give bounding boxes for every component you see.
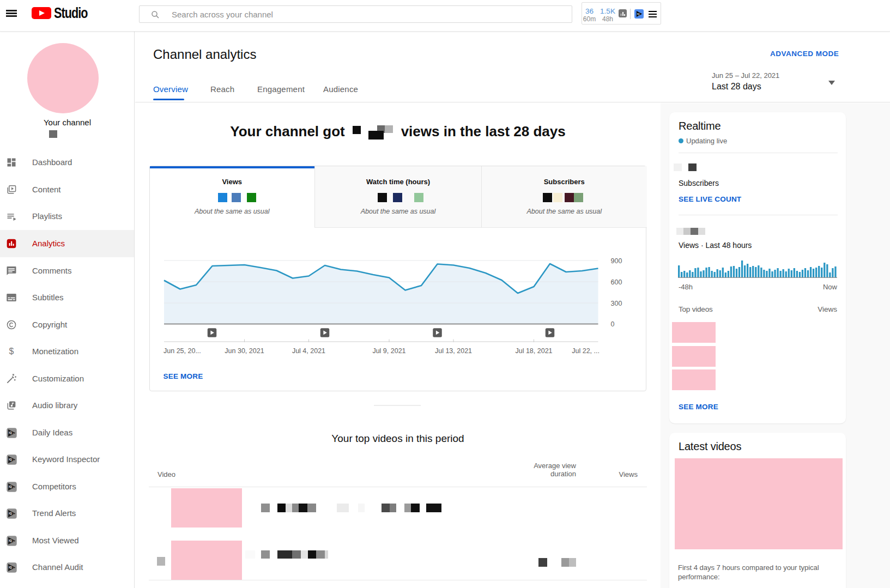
svg-text:Jun 25, 20...: Jun 25, 20... (164, 347, 201, 355)
svg-text:Jul 9, 2021: Jul 9, 2021 (372, 347, 405, 355)
svg-text:IQ: IQ (9, 512, 11, 515)
svg-text:IQ: IQ (9, 431, 11, 434)
svg-text:IQ: IQ (9, 485, 11, 488)
svg-text:IQ: IQ (9, 566, 11, 569)
svg-text:$: $ (9, 347, 14, 356)
svg-text:IQ: IQ (637, 13, 640, 15)
svg-text:Jul 18, 2021: Jul 18, 2021 (515, 347, 552, 355)
svg-text:600: 600 (610, 278, 622, 286)
svg-text:IQ: IQ (9, 539, 11, 542)
svg-text:Jul 13, 2021: Jul 13, 2021 (434, 347, 471, 355)
svg-text:IQ: IQ (9, 458, 11, 461)
svg-text:0: 0 (610, 320, 614, 328)
svg-text:Jul 22, ...: Jul 22, ... (572, 347, 600, 355)
svg-text:300: 300 (610, 300, 622, 307)
svg-text:900: 900 (610, 257, 622, 265)
svg-text:Jul 4, 2021: Jul 4, 2021 (292, 347, 325, 355)
svg-text:Jun 30, 2021: Jun 30, 2021 (225, 347, 264, 355)
